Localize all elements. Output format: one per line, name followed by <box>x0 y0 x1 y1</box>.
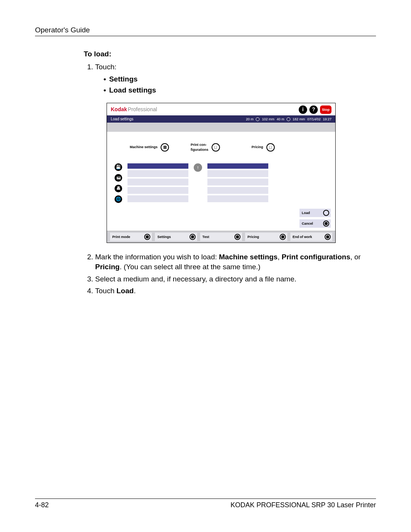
step2-bold-2: Print configurations <box>282 253 350 261</box>
button-label: Test <box>202 235 209 239</box>
option-print-configurations[interactable]: Print con- figurations □ <box>191 142 233 152</box>
footer-rule <box>35 498 376 499</box>
step-4: Touch Load. <box>95 286 373 296</box>
button-label: Print mode <box>112 235 130 239</box>
nav-pricing[interactable]: Pricing <box>245 233 287 241</box>
roll-icon <box>256 117 260 121</box>
brand: KodakProfessional <box>111 106 157 113</box>
button-label: Load <box>302 211 310 215</box>
step2-bold-3: Pricing <box>95 263 119 271</box>
option-label: Machine settings <box>130 145 158 149</box>
device-screenshot: KodakProfessional i ? Stop Load settings… <box>107 103 336 243</box>
step2-text-c: , <box>277 253 282 261</box>
radio-icon <box>280 234 286 240</box>
status-time: 19:27 <box>323 117 331 121</box>
device-toolbar <box>107 123 335 132</box>
up-arrow-icon[interactable]: ↑ <box>194 163 202 172</box>
list-item[interactable] <box>127 195 188 202</box>
help-icon[interactable]: ? <box>309 105 318 114</box>
list-item[interactable] <box>207 179 268 185</box>
device-bottom-bar: Print mode Settings Test Pricing End of … <box>107 231 335 243</box>
list-header <box>207 163 268 169</box>
device-title: Load settings <box>111 117 134 122</box>
cancel-button[interactable]: Cancel <box>299 219 331 228</box>
step4-bold: Load <box>116 287 134 295</box>
option-label: Pricing <box>252 145 263 149</box>
step1-bullet-load-settings: Load settings <box>104 85 373 95</box>
step-1: Touch: Settings Load settings KodakProfe… <box>95 62 373 243</box>
device-title-bar: Load settings 20 m 102 mm 40 m 182 mm 07… <box>107 115 335 123</box>
nav-settings[interactable]: Settings <box>155 233 197 241</box>
step-2: Mark the information you wish to load: M… <box>95 252 373 272</box>
radio-icon <box>144 234 150 240</box>
button-label: Cancel <box>302 221 313 226</box>
checkbox-icon: □ <box>212 143 220 152</box>
status-date: 07/14/02 <box>307 117 320 121</box>
device-status: 20 m 102 mm 40 m 182 mm 07/14/02 19:27 <box>246 117 331 122</box>
status-roll1-len: 20 m <box>246 117 253 121</box>
radio-icon <box>234 234 241 240</box>
drive-icon[interactable]: 🖴 <box>115 174 122 182</box>
list-item[interactable] <box>127 170 188 177</box>
step2-text-d: , or <box>350 253 360 261</box>
step2-bold-1: Machine settings <box>219 253 277 261</box>
step4-text-a: Touch <box>95 287 116 295</box>
checkbox-checked-icon: ⊠ <box>161 143 169 152</box>
nav-end-of-work[interactable]: End of work <box>290 233 332 241</box>
file-list[interactable] <box>207 163 268 202</box>
directory-list[interactable] <box>127 163 188 202</box>
list-header <box>127 163 188 169</box>
brand-kodak: Kodak <box>111 106 127 112</box>
page-footer: 4-82 KODAK PROFESSIONAL SRP 30 Laser Pri… <box>35 498 376 509</box>
section-heading: To load: <box>84 50 373 58</box>
step2-text-e: . (You can select all three at the same … <box>119 263 260 271</box>
page-number: 4-82 <box>35 501 49 509</box>
button-label: End of work <box>293 235 312 239</box>
nav-print-mode[interactable]: Print mode <box>110 233 152 241</box>
list-item[interactable] <box>127 187 188 194</box>
option-label: Print con- figurations <box>191 142 209 152</box>
printer-icon[interactable]: 🖶 <box>115 185 122 192</box>
radio-icon <box>323 210 329 216</box>
header-rule <box>35 36 376 36</box>
roll-icon <box>287 117 290 121</box>
step4-text-c: . <box>134 287 135 295</box>
device-body: Machine settings ⊠ Print con- figuration… <box>107 132 335 231</box>
radio-icon <box>325 234 331 240</box>
option-machine-settings[interactable]: Machine settings ⊠ <box>130 142 172 152</box>
list-item[interactable] <box>207 170 268 177</box>
status-roll2-width: 182 mm <box>293 117 305 121</box>
header-title: Operator's Guide <box>35 26 376 34</box>
option-pricing[interactable]: Pricing □ <box>252 142 293 152</box>
nav-test[interactable]: Test <box>200 233 242 241</box>
brand-professional: Professional <box>128 106 157 112</box>
stop-button[interactable]: Stop <box>320 105 331 114</box>
checkbox-icon: □ <box>266 143 275 152</box>
product-name: KODAK PROFESSIONAL SRP 30 Laser Printer <box>231 501 376 509</box>
list-item[interactable] <box>207 187 268 194</box>
button-label: Pricing <box>247 235 259 239</box>
info-icon[interactable]: i <box>299 105 307 114</box>
device-top-bar: KodakProfessional i ? Stop <box>107 103 335 115</box>
step-3: Select a medium and, if necessary, a dir… <box>95 274 373 284</box>
network-icon[interactable]: 🌐 <box>115 195 122 203</box>
load-button[interactable]: Load <box>299 209 331 217</box>
button-label: Settings <box>157 235 171 239</box>
floppy-icon[interactable]: 💾 <box>115 163 122 171</box>
list-item[interactable] <box>127 179 188 185</box>
status-roll1-width: 102 mm <box>262 117 274 121</box>
step1-bullet-settings: Settings <box>104 74 373 84</box>
status-roll2-len: 40 m <box>277 117 284 121</box>
radio-icon <box>190 234 196 240</box>
radio-icon <box>323 220 329 227</box>
step1-intro: Touch: <box>95 63 116 71</box>
step2-text-a: Mark the information you wish to load: <box>95 253 219 261</box>
list-item[interactable] <box>207 195 268 202</box>
